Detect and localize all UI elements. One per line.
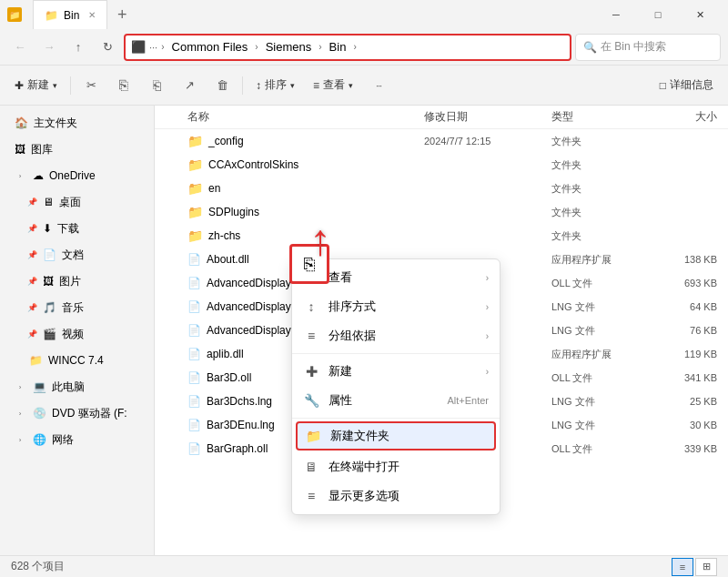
copy-button[interactable]: ⎘ bbox=[109, 71, 138, 100]
address-bar[interactable]: ⬛ ··· › Common Files › Siemens › Bin › bbox=[124, 34, 571, 61]
separator-1 bbox=[70, 76, 71, 95]
ctx-sort[interactable]: ↕ 排序方式 › bbox=[292, 292, 500, 321]
ctx-terminal-icon: 🖥 bbox=[303, 459, 319, 475]
view-toggle: ≡ ⊞ bbox=[672, 558, 717, 576]
ctx-group-icon: ≡ bbox=[303, 328, 319, 344]
delete-button[interactable]: 🗑 bbox=[207, 71, 237, 100]
ctx-more-icon: ≡ bbox=[303, 488, 319, 504]
back-button[interactable]: ← bbox=[7, 35, 33, 60]
ctx-sep-1 bbox=[292, 353, 500, 354]
ctx-group-label: 分组依据 bbox=[329, 328, 477, 344]
view-button[interactable]: ≡ 查看 ▾ bbox=[306, 71, 360, 100]
forward-button[interactable]: → bbox=[36, 35, 62, 60]
ctx-group[interactable]: ≡ 分组依据 › bbox=[292, 321, 500, 350]
title-bar: 📁 📁 Bin ✕ + ─ □ ✕ bbox=[0, 0, 728, 29]
sort-chevron-icon: ▾ bbox=[290, 81, 295, 90]
ctx-new-folder-icon: 📁 bbox=[305, 428, 321, 444]
ctx-new-folder[interactable]: 📁 新建文件夹 bbox=[296, 421, 496, 450]
item-count: 628 个项目 bbox=[11, 559, 65, 574]
tab-icon: 📁 bbox=[45, 9, 58, 22]
new-label: 新建 bbox=[27, 77, 49, 93]
ctx-new-arrow: › bbox=[486, 367, 489, 377]
new-icon: ✚ bbox=[15, 79, 24, 92]
ctx-new[interactable]: ✚ 新建 › bbox=[292, 357, 500, 386]
address-chevron-1: › bbox=[161, 42, 164, 52]
ctx-properties-shortcut: Alt+Enter bbox=[447, 395, 489, 406]
address-segment-bin[interactable]: Bin bbox=[326, 38, 350, 56]
new-chevron-icon: ▾ bbox=[53, 81, 57, 90]
ctx-properties-icon: 🔧 bbox=[303, 392, 319, 409]
ctx-properties[interactable]: 🔧 属性 Alt+Enter bbox=[292, 386, 500, 415]
tab-title: Bin bbox=[64, 9, 79, 22]
address-segment-siemens[interactable]: Siemens bbox=[262, 38, 316, 56]
ctx-group-arrow: › bbox=[486, 331, 489, 341]
details-button[interactable]: □ 详细信息 bbox=[652, 71, 721, 100]
maximize-button[interactable]: □ bbox=[637, 0, 679, 29]
main-content: 🏠 主文件夹 🖼 图库 › ☁ OneDrive 📌 🖥 桌面 📌 ⬇ 下载 📌… bbox=[0, 106, 728, 555]
status-bar: 628 个项目 ≡ ⊞ bbox=[0, 555, 728, 577]
new-button[interactable]: ✚ 新建 ▾ bbox=[7, 71, 65, 100]
ctx-sort-arrow: › bbox=[486, 302, 489, 312]
context-menu: 👁 查看 › ↕ 排序方式 › ≡ 分组依据 › ✚ 新建 › 🔧 bbox=[291, 258, 500, 515]
address-area: ← → ↑ ↻ ⬛ ··· › Common Files › Siemens ›… bbox=[0, 29, 728, 66]
view-label: 查看 bbox=[323, 77, 345, 93]
ctx-new-label: 新建 bbox=[329, 363, 477, 380]
paste-button[interactable]: ⎗ bbox=[142, 71, 171, 100]
details-label: 详细信息 bbox=[670, 77, 713, 93]
window-icon: 📁 bbox=[7, 7, 22, 22]
details-icon: □ bbox=[660, 79, 666, 92]
ctx-sort-label: 排序方式 bbox=[329, 299, 477, 315]
list-view-button[interactable]: ≡ bbox=[672, 558, 693, 576]
ctx-more-label: 显示更多选项 bbox=[329, 488, 489, 504]
view-chevron-icon: ▾ bbox=[349, 81, 353, 90]
window-controls: ─ □ ✕ bbox=[595, 0, 721, 29]
new-tab-button[interactable]: + bbox=[107, 0, 136, 29]
tab-bin[interactable]: 📁 Bin ✕ bbox=[33, 0, 107, 29]
refresh-button[interactable]: ↻ bbox=[95, 35, 120, 60]
address-segment-common-files[interactable]: Common Files bbox=[168, 38, 252, 56]
close-button[interactable]: ✕ bbox=[679, 0, 721, 29]
search-box[interactable]: 🔍 在 Bin 中搜索 bbox=[575, 34, 721, 61]
toolbar: ✚ 新建 ▾ ✂ ⎘ ⎗ ↗ 🗑 ↕ 排序 ▾ ≡ 查看 ▾ ··· □ 详细信… bbox=[0, 66, 728, 106]
context-menu-overlay: ↑ ⎘ 👁 查看 › ↕ 排序方式 › ≡ 分组依据 › ✚ 新建 bbox=[0, 106, 728, 555]
ctx-properties-label: 属性 bbox=[329, 392, 438, 409]
ctx-new-folder-label: 新建文件夹 bbox=[330, 428, 487, 444]
ctx-new-icon: ✚ bbox=[303, 363, 319, 380]
ctx-sort-icon: ↕ bbox=[303, 299, 319, 315]
arrow-indicator: ↑ bbox=[309, 215, 331, 265]
ctx-terminal-label: 在终端中打开 bbox=[329, 459, 489, 475]
ctx-view-label: 查看 bbox=[329, 269, 477, 286]
address-dots[interactable]: ··· bbox=[149, 42, 157, 53]
ctx-more-options[interactable]: ≡ 显示更多选项 bbox=[292, 481, 500, 511]
up-button[interactable]: ↑ bbox=[66, 35, 91, 60]
minimize-button[interactable]: ─ bbox=[595, 0, 637, 29]
search-placeholder: 在 Bin 中搜索 bbox=[601, 39, 666, 55]
sort-label: 排序 bbox=[265, 77, 287, 93]
ctx-terminal[interactable]: 🖥 在终端中打开 bbox=[292, 452, 500, 481]
address-chevron-3: › bbox=[318, 42, 321, 52]
ctx-view-arrow: › bbox=[486, 273, 489, 283]
view-icon: ≡ bbox=[313, 79, 319, 92]
location-icon: ⬛ bbox=[131, 40, 146, 54]
ctx-sep-2 bbox=[292, 418, 500, 419]
share-button[interactable]: ↗ bbox=[175, 71, 204, 100]
tab-close-icon[interactable]: ✕ bbox=[88, 10, 96, 20]
more-button[interactable]: ··· bbox=[364, 71, 393, 100]
separator-2 bbox=[242, 76, 243, 95]
sort-button[interactable]: ↕ 排序 ▾ bbox=[248, 71, 302, 100]
sort-icon: ↕ bbox=[256, 79, 261, 92]
address-chevron-2: › bbox=[255, 42, 258, 52]
address-chevron-4: › bbox=[353, 42, 356, 52]
search-icon: 🔍 bbox=[583, 41, 597, 54]
tab-area: 📁 Bin ✕ + bbox=[29, 0, 140, 29]
grid-view-button[interactable]: ⊞ bbox=[695, 558, 717, 576]
cut-button[interactable]: ✂ bbox=[76, 71, 106, 100]
